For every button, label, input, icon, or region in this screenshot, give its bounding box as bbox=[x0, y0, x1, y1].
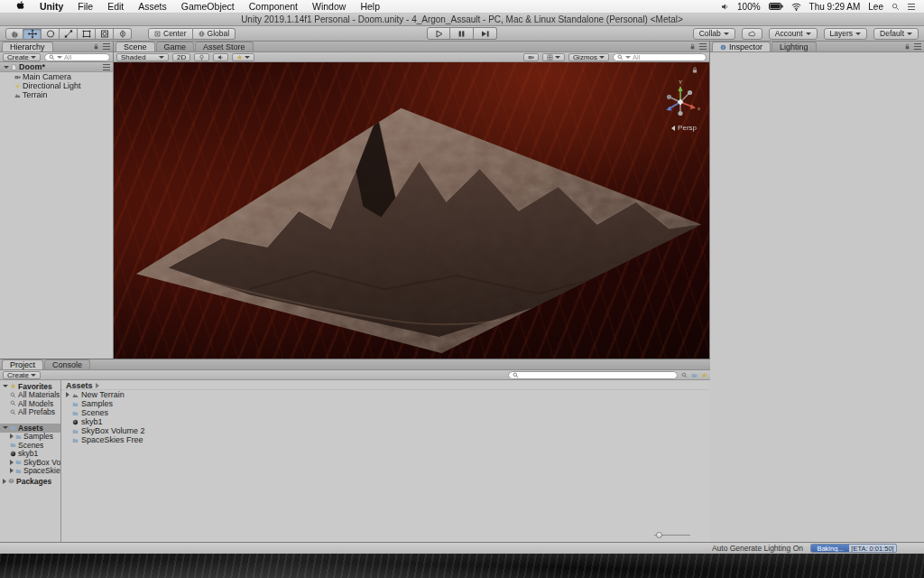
tree-all-models[interactable]: All Models bbox=[0, 399, 60, 408]
search-by-type-icon[interactable] bbox=[681, 372, 688, 378]
volume-icon[interactable] bbox=[721, 3, 729, 11]
disclosure-triangle[interactable] bbox=[3, 479, 6, 484]
hierarchy-scene-row[interactable]: Doom* bbox=[0, 62, 113, 72]
project-create-button[interactable]: Create bbox=[3, 371, 41, 379]
scene-lighting-toggle[interactable] bbox=[194, 53, 209, 61]
spotlight-icon[interactable] bbox=[892, 3, 900, 11]
cloud-button[interactable] bbox=[742, 28, 762, 40]
space-toggle-button[interactable]: Global bbox=[193, 28, 236, 40]
menubar-user[interactable]: Lee bbox=[868, 2, 883, 12]
scene-camera-settings-button[interactable] bbox=[523, 53, 539, 61]
scene-viewport[interactable]: Y x Persp bbox=[114, 62, 709, 359]
scene-search-input[interactable]: All bbox=[613, 53, 707, 61]
tree-assets[interactable]: Assets bbox=[0, 424, 60, 433]
window-titlebar[interactable]: Unity 2019.1.14f1 Personal - Doom.unity … bbox=[0, 14, 924, 26]
menu-window[interactable]: Window bbox=[305, 1, 353, 12]
tab-inspector[interactable]: i Inspector bbox=[712, 42, 771, 51]
rect-tool-button[interactable] bbox=[78, 28, 96, 40]
tree-packages[interactable]: Packages bbox=[0, 477, 60, 486]
hierarchy-item-terrain[interactable]: Terrain bbox=[0, 90, 113, 99]
apple-menu[interactable] bbox=[9, 1, 32, 13]
hierarchy-item-main-camera[interactable]: Main Camera bbox=[0, 72, 113, 81]
step-button[interactable] bbox=[474, 27, 497, 40]
tree-samples[interactable]: Samples bbox=[0, 433, 60, 442]
disclosure-triangle[interactable] bbox=[3, 385, 8, 387]
collab-dropdown[interactable]: Collab bbox=[693, 28, 735, 40]
menu-unity[interactable]: Unity bbox=[32, 1, 70, 12]
transform-tool-button[interactable] bbox=[96, 28, 114, 40]
favorites-star-icon[interactable] bbox=[701, 372, 707, 378]
rotate-tool-button[interactable] bbox=[42, 28, 60, 40]
lock-icon[interactable] bbox=[904, 43, 910, 50]
tab-lighting[interactable]: Lighting bbox=[772, 42, 817, 51]
perspective-toggle[interactable]: Persp bbox=[671, 124, 697, 132]
pause-button[interactable] bbox=[450, 27, 474, 40]
layers-dropdown[interactable]: Layers bbox=[824, 28, 868, 40]
file-row-samples[interactable]: Samples bbox=[61, 399, 710, 408]
move-tool-button[interactable] bbox=[23, 28, 42, 40]
panel-menu-icon[interactable] bbox=[699, 43, 707, 50]
play-button[interactable] bbox=[427, 27, 450, 40]
custom-tool-button[interactable] bbox=[114, 28, 132, 40]
axis-gizmo[interactable]: Y x bbox=[659, 79, 702, 122]
menu-help[interactable]: Help bbox=[353, 1, 387, 12]
menu-file[interactable]: File bbox=[70, 1, 100, 12]
disclosure-triangle[interactable] bbox=[3, 426, 8, 429]
tree-spaceskies[interactable]: SpaceSkies F bbox=[0, 467, 60, 476]
breadcrumb-assets[interactable]: Assets bbox=[66, 381, 93, 390]
tree-favorites[interactable]: Favorites bbox=[0, 382, 60, 391]
2d-toggle-button[interactable]: 2D bbox=[172, 53, 190, 61]
hierarchy-item-directional-light[interactable]: Directional Light bbox=[0, 81, 113, 90]
disclosure-triangle[interactable] bbox=[10, 468, 14, 473]
wifi-icon[interactable] bbox=[791, 3, 801, 11]
battery-icon[interactable] bbox=[769, 3, 783, 10]
file-row-skyb1[interactable]: skyb1 bbox=[61, 417, 710, 426]
tab-hierarchy[interactable]: Hierarchy bbox=[2, 42, 53, 51]
notification-center-icon[interactable] bbox=[908, 4, 915, 10]
tab-console[interactable]: Console bbox=[44, 359, 90, 369]
tab-asset-store[interactable]: Asset Store bbox=[195, 42, 254, 51]
tab-game[interactable]: Game bbox=[156, 42, 195, 51]
hand-tool-button[interactable] bbox=[5, 28, 23, 40]
menu-component[interactable]: Component bbox=[242, 1, 305, 12]
tree-skybox-volume[interactable]: SkyBox Volu bbox=[0, 458, 60, 467]
auto-generate-lighting-button[interactable]: Auto Generate Lighting On bbox=[712, 544, 803, 553]
baking-progress-bar[interactable]: Baking... [ETA: 0:01:50] bbox=[810, 544, 897, 553]
menubar-clock[interactable]: Thu 9:29 AM bbox=[809, 2, 861, 12]
pivot-toggle-button[interactable]: Center bbox=[148, 28, 193, 40]
tree-scenes[interactable]: Scenes bbox=[0, 441, 60, 450]
disclosure-triangle[interactable] bbox=[10, 434, 14, 439]
terrain-mesh[interactable] bbox=[114, 62, 709, 359]
disclosure-triangle[interactable] bbox=[66, 392, 69, 397]
tree-skyb1[interactable]: skyb1 bbox=[0, 450, 60, 459]
file-row-scenes[interactable]: Scenes bbox=[61, 408, 710, 417]
scene-options-icon[interactable] bbox=[103, 64, 110, 70]
disclosure-triangle[interactable] bbox=[10, 460, 14, 465]
menu-gameobject[interactable]: GameObject bbox=[174, 1, 242, 12]
disclosure-triangle[interactable] bbox=[4, 66, 9, 69]
menu-assets[interactable]: Assets bbox=[131, 1, 174, 12]
layout-dropdown[interactable]: Default bbox=[873, 28, 919, 40]
effects-dropdown[interactable] bbox=[232, 53, 254, 61]
search-by-label-icon[interactable] bbox=[691, 372, 698, 378]
lock-icon[interactable] bbox=[93, 43, 99, 50]
project-search-input[interactable] bbox=[508, 371, 678, 379]
file-row-skybox-volume-2[interactable]: SkyBox Volume 2 bbox=[61, 426, 710, 435]
tab-project[interactable]: Project bbox=[2, 359, 43, 369]
panel-menu-icon[interactable] bbox=[914, 43, 921, 50]
slider-knob[interactable] bbox=[656, 532, 662, 538]
scale-tool-button[interactable] bbox=[60, 28, 78, 40]
hierarchy-create-button[interactable]: Create bbox=[3, 53, 41, 61]
menu-edit[interactable]: Edit bbox=[100, 1, 131, 12]
icon-size-slider[interactable] bbox=[654, 531, 690, 538]
account-dropdown[interactable]: Account bbox=[769, 28, 818, 40]
file-row-spaceskies-free[interactable]: SpaceSkies Free bbox=[61, 435, 710, 444]
file-row-new-terrain[interactable]: New Terrain bbox=[61, 390, 710, 399]
tree-all-materials[interactable]: All Materials bbox=[0, 391, 60, 400]
panel-menu-icon[interactable] bbox=[103, 43, 110, 50]
shading-mode-dropdown[interactable]: Shaded bbox=[116, 53, 169, 61]
lock-icon[interactable] bbox=[691, 66, 698, 74]
hierarchy-search-input[interactable]: All bbox=[44, 53, 110, 61]
scene-view-options-button[interactable] bbox=[542, 53, 565, 61]
lock-icon[interactable] bbox=[689, 43, 696, 50]
